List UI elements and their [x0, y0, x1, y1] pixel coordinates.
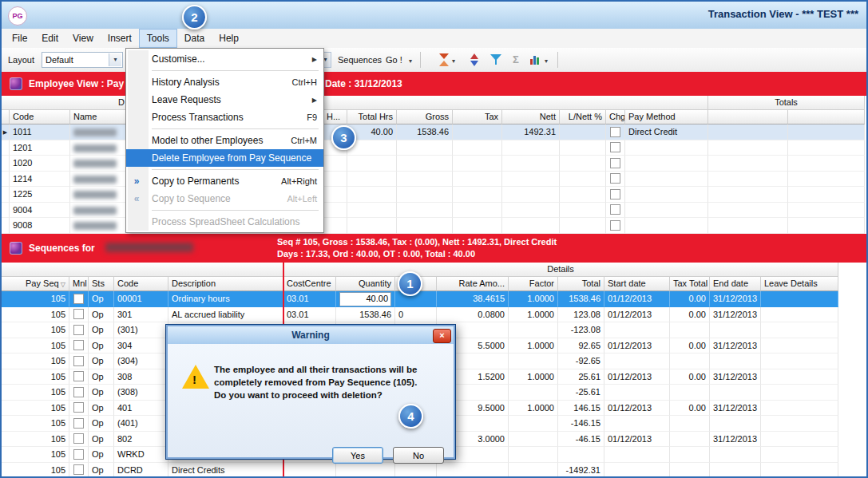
- cell-name[interactable]: [70, 124, 128, 140]
- cell-pay_seq[interactable]: 105: [2, 385, 69, 401]
- cell-factor[interactable]: [509, 354, 558, 369]
- column-header-rate[interactable]: Rate Amo...: [437, 277, 509, 291]
- column-header-tax[interactable]: Tax: [453, 110, 502, 124]
- cell-sts[interactable]: Op: [89, 354, 114, 369]
- cell-description[interactable]: AL accrued liability: [168, 307, 283, 323]
- checkbox[interactable]: [73, 371, 84, 381]
- cell-code[interactable]: (301): [114, 322, 168, 338]
- cell-tax_total[interactable]: 0.00: [670, 307, 710, 323]
- cell-t1[interactable]: [708, 172, 788, 188]
- cell-sts[interactable]: Op: [89, 385, 114, 401]
- cell-mnl[interactable]: [69, 385, 89, 401]
- checkbox[interactable]: [610, 189, 620, 199]
- cell-start_date[interactable]: [604, 322, 670, 338]
- column-header-pay_seq[interactable]: Pay Seq ▽: [2, 277, 69, 291]
- yes-button[interactable]: Yes: [332, 447, 383, 464]
- cell-mnl[interactable]: [69, 322, 89, 338]
- checkbox[interactable]: [73, 340, 84, 350]
- cell-chg[interactable]: [606, 203, 625, 219]
- cell-pay_seq[interactable]: 105: [2, 338, 69, 354]
- checkbox[interactable]: [73, 464, 84, 475]
- cell-tax[interactable]: [453, 124, 502, 140]
- cell-gross[interactable]: [397, 172, 453, 188]
- chart-icon[interactable]: [530, 54, 541, 65]
- cell-factor[interactable]: 1.0000: [509, 401, 558, 417]
- menubar-item-insert[interactable]: Insert: [101, 29, 139, 48]
- cell-code[interactable]: 304: [114, 338, 168, 354]
- cell-start_date[interactable]: [604, 354, 670, 369]
- go-button[interactable]: Go !: [386, 55, 402, 65]
- cell-total[interactable]: -92.65: [558, 354, 604, 369]
- cell-tax[interactable]: [453, 203, 502, 219]
- menubar-item-file[interactable]: File: [5, 29, 34, 48]
- cell-pay_method[interactable]: [625, 172, 708, 188]
- cell-marker[interactable]: [2, 172, 10, 188]
- cell-name[interactable]: [70, 140, 128, 156]
- filter-icon[interactable]: ▽: [59, 281, 65, 288]
- cell-start_date[interactable]: 01/12/2013: [604, 432, 670, 448]
- cell-factor[interactable]: [509, 322, 558, 338]
- cell-leave_details[interactable]: [761, 354, 838, 369]
- cell-factor[interactable]: [509, 432, 558, 448]
- cell-tax[interactable]: [453, 218, 502, 234]
- cell-gross[interactable]: [397, 203, 453, 219]
- cell-end_date[interactable]: [710, 447, 761, 463]
- menubar-item-data[interactable]: Data: [177, 29, 212, 48]
- cell-code[interactable]: (401): [114, 416, 168, 432]
- cell-nett[interactable]: [502, 156, 560, 172]
- cell-sts[interactable]: Op: [89, 447, 114, 463]
- cell-factor[interactable]: 1.0000: [509, 291, 558, 307]
- cell-description[interactable]: Direct Credits: [168, 463, 283, 478]
- checkbox[interactable]: [73, 325, 84, 335]
- cell-sts[interactable]: Op: [89, 338, 114, 354]
- cell-code[interactable]: WRKD: [114, 447, 168, 463]
- column-header-code[interactable]: Code: [10, 110, 70, 124]
- column-header-col_h[interactable]: H...: [323, 110, 347, 124]
- cell-total[interactable]: 123.08: [558, 307, 604, 323]
- cell-name[interactable]: [70, 203, 128, 219]
- cell-tax_total[interactable]: 0.00: [670, 291, 710, 307]
- cell-nett[interactable]: [502, 172, 560, 188]
- cell-factor[interactable]: 1.0000: [509, 369, 558, 385]
- table-row[interactable]: 105OpDCRDDirect Credits-1492.31: [2, 463, 838, 478]
- column-header-tax_total[interactable]: Tax Total: [670, 277, 710, 291]
- cell-code[interactable]: 00001: [114, 291, 168, 307]
- cell-marker[interactable]: [2, 156, 10, 172]
- cell-mnl[interactable]: [69, 432, 89, 448]
- table-row[interactable]: 105Op301AL accrued liability03.011538.46…: [2, 307, 838, 323]
- cell-t2[interactable]: [788, 203, 865, 219]
- cell-code[interactable]: DCRD: [114, 463, 168, 478]
- checkbox[interactable]: [610, 173, 620, 184]
- cell-marker[interactable]: [2, 187, 10, 203]
- cell-code[interactable]: (308): [114, 385, 168, 401]
- column-header-leave_details[interactable]: Leave Details: [761, 277, 838, 291]
- column-header-code[interactable]: Code: [114, 277, 168, 291]
- cell-col_h[interactable]: [323, 203, 347, 219]
- cell-sts[interactable]: Op: [89, 463, 114, 478]
- column-header-total[interactable]: Total: [558, 277, 604, 291]
- cell-total_hrs[interactable]: [347, 172, 397, 188]
- cell-t1[interactable]: [708, 187, 788, 203]
- cell-code[interactable]: 1011: [10, 124, 70, 140]
- cell-name[interactable]: [70, 187, 128, 203]
- cell-factor[interactable]: [509, 463, 558, 478]
- cell-total[interactable]: [558, 447, 604, 463]
- sort-icon[interactable]: [470, 53, 479, 66]
- cell-total_hrs[interactable]: [347, 187, 397, 203]
- chevron-down-icon[interactable]: ▾: [409, 57, 412, 65]
- cell-factor[interactable]: [509, 416, 558, 432]
- cell-leave_details[interactable]: [761, 385, 838, 401]
- close-button[interactable]: ×: [433, 329, 451, 343]
- cell-tax[interactable]: [453, 187, 502, 203]
- checkbox[interactable]: [73, 294, 84, 304]
- cell-start_date[interactable]: 01/12/2013: [604, 338, 670, 354]
- cell-mnl[interactable]: [69, 369, 89, 385]
- cell-end_date[interactable]: [710, 416, 761, 432]
- cell-chg[interactable]: [606, 218, 625, 234]
- column-header-sts[interactable]: Sts: [89, 277, 114, 291]
- cell-lnett[interactable]: [560, 124, 606, 140]
- cell-marker[interactable]: [2, 218, 10, 234]
- cell-total[interactable]: -1492.31: [558, 463, 604, 478]
- cell-factor[interactable]: [509, 385, 558, 401]
- menubar-item-edit[interactable]: Edit: [34, 29, 65, 48]
